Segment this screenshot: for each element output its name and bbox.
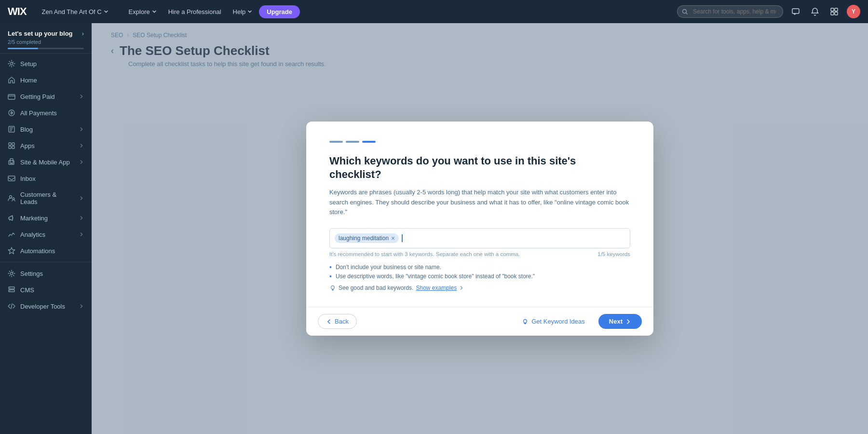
sidebar-item-getting-paid[interactable]: Getting Paid	[0, 88, 92, 105]
blog-icon	[8, 125, 15, 133]
back-chevron-icon	[326, 319, 332, 325]
settings-icon	[8, 60, 15, 68]
sidebar-item-automations[interactable]: Automations	[0, 243, 92, 259]
sidebar-item-cms[interactable]: CMS	[0, 282, 92, 298]
sidebar-item-analytics[interactable]: Analytics	[0, 226, 92, 243]
customers-icon	[8, 194, 15, 202]
next-chevron-icon	[625, 319, 631, 325]
sidebar-item-inbox[interactable]: Inbox	[0, 170, 92, 187]
step-dot-1	[329, 141, 343, 143]
keyword-tip-1: Don't include your business or site name…	[329, 264, 630, 271]
keyword-meta: It's recommended to start with 3 keyword…	[329, 251, 630, 257]
sidebar-divider	[0, 262, 92, 262]
nav-links: Explore Hire a Professional Help Upgrade	[124, 5, 300, 18]
keyword-tip-2: Use descriptive words, like "vintage com…	[329, 273, 630, 280]
step-dot-2	[346, 141, 359, 143]
back-button[interactable]: Back	[318, 314, 357, 329]
progress-bar	[8, 48, 84, 49]
mobile-chevron-icon	[79, 160, 84, 164]
keyword-tips-list: Don't include your business or site name…	[329, 264, 630, 280]
apps-chevron-icon	[79, 143, 84, 148]
get-keyword-ideas-button[interactable]: Get Keyword Ideas	[516, 314, 591, 328]
keyword-tag-remove[interactable]: ×	[391, 235, 395, 242]
svg-point-24	[331, 286, 335, 289]
svg-rect-13	[12, 146, 14, 149]
marketing-chevron-icon	[79, 216, 84, 220]
modal-description: Keywords are phrases (usually 2-5 words …	[329, 188, 630, 217]
lightbulb-icon	[329, 285, 336, 291]
messages-icon[interactable]	[789, 5, 802, 18]
grid-icon[interactable]	[827, 5, 841, 18]
wix-logo: WIX	[8, 5, 27, 18]
modal-body: Which keywords do you want to use in thi…	[306, 122, 653, 307]
sidebar-item-apps[interactable]: Apps	[0, 137, 92, 154]
notifications-icon[interactable]	[808, 5, 822, 18]
site-name-selector[interactable]: Zen And The Art Of C	[38, 6, 112, 17]
svg-rect-2	[831, 8, 834, 11]
sidebar-item-site-mobile[interactable]: Site & Mobile App	[0, 154, 92, 170]
analytics-icon	[8, 231, 15, 238]
show-examples-toggle[interactable]: See good and bad keywords. Show examples	[329, 285, 630, 291]
dev-chevron-icon	[79, 304, 84, 309]
apps-icon	[8, 142, 15, 149]
sidebar-item-developer-tools[interactable]: Developer Tools	[0, 298, 92, 314]
keyword-ideas-icon	[522, 318, 529, 325]
sidebar-item-customers[interactable]: Customers & Leads	[0, 187, 92, 210]
svg-rect-12	[9, 146, 11, 149]
sidebar-header: Let's set up your blog › 2/5 completed	[0, 23, 92, 54]
svg-rect-3	[835, 8, 838, 11]
svg-rect-5	[835, 12, 838, 15]
svg-point-17	[10, 196, 12, 198]
svg-rect-4	[831, 12, 834, 15]
progress-fill	[8, 48, 38, 49]
sidebar-item-marketing[interactable]: Marketing	[0, 210, 92, 226]
content-area: SEO › SEO Setup Checklist ‹ The SEO Setu…	[92, 23, 868, 434]
next-button[interactable]: Next	[598, 314, 642, 329]
sidebar-item-all-payments[interactable]: All Payments	[0, 105, 92, 121]
global-search-input[interactable]	[677, 5, 783, 18]
svg-rect-1	[792, 9, 799, 14]
help-nav-link[interactable]: Help	[228, 5, 258, 18]
explore-chevron-icon	[152, 9, 157, 14]
settings2-icon	[8, 270, 15, 277]
modal-footer: Back Get Keyword Ideas Next	[306, 307, 653, 336]
automations-icon	[8, 247, 15, 255]
svg-rect-10	[9, 143, 11, 145]
upgrade-button[interactable]: Upgrade	[259, 5, 300, 18]
cms-icon	[8, 286, 15, 294]
examples-chevron-icon	[459, 285, 464, 290]
sidebar-item-home[interactable]: Home	[0, 72, 92, 88]
sidebar-item-blog[interactable]: Blog	[0, 121, 92, 137]
explore-nav-link[interactable]: Explore	[124, 5, 162, 18]
svg-point-25	[524, 319, 527, 323]
step-indicators	[329, 141, 630, 143]
keyword-recommendation-text: It's recommended to start with 3 keyword…	[329, 251, 520, 257]
step-dot-3	[362, 141, 376, 143]
blog-chevron-icon	[79, 127, 84, 132]
svg-rect-11	[12, 143, 14, 145]
show-examples-link[interactable]: Show examples	[416, 285, 457, 291]
chevron-right-icon	[79, 94, 84, 99]
analytics-chevron-icon	[79, 232, 84, 237]
help-chevron-icon	[247, 9, 252, 14]
sidebar-item-setup[interactable]: Setup	[0, 55, 92, 72]
customers-chevron-icon	[79, 196, 84, 201]
main-layout: Let's set up your blog › 2/5 completed S…	[0, 23, 868, 434]
svg-point-22	[10, 287, 11, 288]
top-navigation: WIX Zen And The Art Of C Explore Hire a …	[0, 0, 868, 23]
modal-overlay: Which keywords do you want to use in thi…	[92, 23, 868, 434]
sidebar: Let's set up your blog › 2/5 completed S…	[0, 23, 92, 434]
sidebar-progress-text: 2/5 completed	[8, 39, 84, 45]
paid-icon	[8, 93, 15, 100]
chevron-down-icon	[104, 9, 108, 14]
avatar[interactable]: Y	[847, 5, 860, 18]
sidebar-setup-title: Let's set up your blog ›	[8, 30, 84, 37]
keyword-input-field[interactable]: laughing meditation ×	[329, 228, 630, 248]
svg-point-23	[10, 290, 11, 291]
dev-icon	[8, 302, 15, 310]
nav-right-section: Y	[677, 5, 860, 18]
hire-professional-nav-link[interactable]: Hire a Professional	[163, 5, 226, 18]
keyword-count: 1/5 keywords	[597, 251, 630, 257]
marketing-icon	[8, 214, 15, 222]
sidebar-item-settings[interactable]: Settings	[0, 265, 92, 282]
